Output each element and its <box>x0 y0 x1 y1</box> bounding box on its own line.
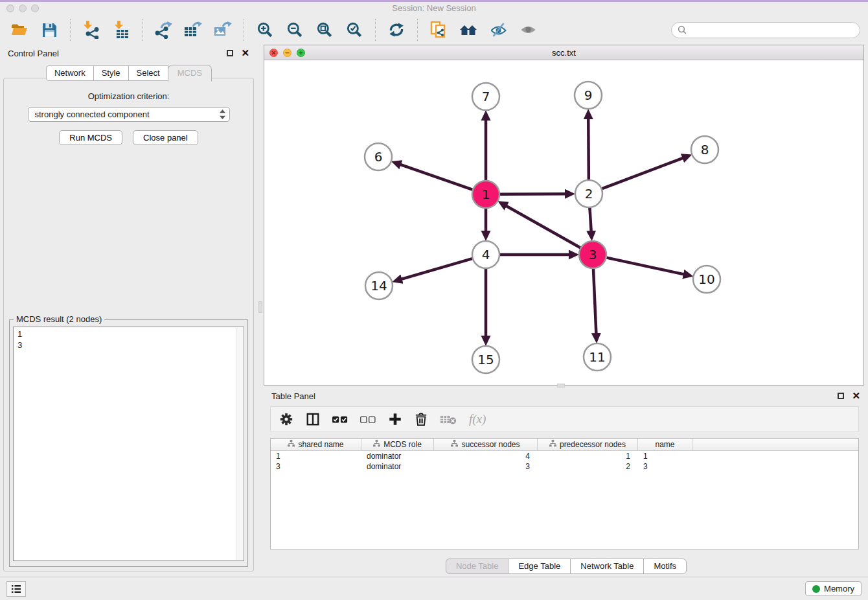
graph-node-10[interactable]: 10 <box>693 266 720 293</box>
table-cell[interactable]: 1 <box>271 452 361 461</box>
memory-button[interactable]: Memory <box>805 581 862 596</box>
tab-edge-table[interactable]: Edge Table <box>508 559 571 574</box>
import-network-from-file-icon[interactable] <box>80 18 103 41</box>
graph-node-6[interactable]: 6 <box>365 143 392 170</box>
float-panel-icon[interactable] <box>227 50 233 56</box>
column-header-successor-nodes[interactable]: successor nodes <box>434 439 538 450</box>
delete-table-icon[interactable] <box>440 414 457 425</box>
graph-node-2[interactable]: 2 <box>575 180 602 207</box>
network-window-titlebar[interactable]: scc.txt <box>264 45 863 60</box>
table-cell[interactable]: 4 <box>434 452 538 461</box>
graph-node-11[interactable]: 11 <box>584 343 611 371</box>
column-header-name[interactable]: name <box>638 439 692 450</box>
tab-node-table[interactable]: Node Table <box>446 559 509 574</box>
graph-node-14[interactable]: 14 <box>365 272 393 299</box>
table-cell[interactable]: 1 <box>538 452 638 461</box>
search-box[interactable] <box>671 22 860 38</box>
graph-node-7[interactable]: 7 <box>472 83 499 110</box>
export-network-icon[interactable] <box>152 18 175 41</box>
edge-3-1[interactable] <box>506 206 580 248</box>
close-panel-button[interactable]: Close panel <box>133 130 198 145</box>
edge-3-11[interactable] <box>593 269 596 334</box>
float-table-panel-icon[interactable] <box>838 393 844 399</box>
app-title: Session: New Session <box>0 3 868 13</box>
table-cell[interactable]: dominator <box>361 462 434 471</box>
column-header-mcds-role[interactable]: MCDS role <box>361 439 434 450</box>
table-row[interactable]: 1dominator411 <box>271 451 858 461</box>
mcds-result-box[interactable]: 1 3 <box>13 327 244 561</box>
apply-preferred-layout-icon[interactable] <box>385 18 408 41</box>
memory-status-icon <box>812 585 820 593</box>
tab-style[interactable]: Style <box>93 65 129 81</box>
column-selector-icon[interactable] <box>306 412 320 426</box>
table-tabs: Node TableEdge TableNetwork TableMotifs <box>264 559 868 574</box>
edge-1-2[interactable] <box>500 194 565 194</box>
graph-node-15[interactable]: 15 <box>472 346 499 373</box>
tab-network-table[interactable]: Network Table <box>570 559 644 574</box>
tab-select[interactable]: Select <box>128 65 168 81</box>
table-cell[interactable]: 3 <box>271 462 361 471</box>
toolbar-separator <box>244 19 244 41</box>
delete-column-icon[interactable] <box>415 412 428 426</box>
deselect-all-icon[interactable] <box>360 415 376 424</box>
edge-1-6[interactable] <box>400 165 472 190</box>
svg-text:7: 7 <box>482 89 490 104</box>
run-mcds-button[interactable]: Run MCDS <box>59 130 122 145</box>
edge-2-8[interactable] <box>602 158 683 189</box>
toolbar-separator <box>375 19 376 41</box>
column-header-predecessor-nodes[interactable]: predecessor nodes <box>538 439 638 450</box>
svg-text:4: 4 <box>482 247 490 262</box>
save-session-icon[interactable] <box>38 18 61 41</box>
zoom-out-icon[interactable] <box>283 18 306 41</box>
tab-mcds[interactable]: MCDS <box>168 65 212 82</box>
close-table-panel-icon[interactable]: ✕ <box>852 393 860 399</box>
graph-node-1[interactable]: 1 <box>472 181 499 208</box>
select-all-icon[interactable] <box>332 415 348 424</box>
memory-label: Memory <box>824 584 854 594</box>
zoom-selected-icon[interactable] <box>343 18 366 41</box>
export-image-icon[interactable] <box>211 18 234 41</box>
column-header-shared-name[interactable]: shared name <box>271 439 361 450</box>
add-column-icon[interactable] <box>388 412 402 426</box>
new-network-from-selection-icon[interactable] <box>427 18 450 41</box>
criterion-dropdown[interactable]: strongly connected component <box>28 107 230 122</box>
zoom-fit-icon[interactable] <box>313 18 336 41</box>
result-scrollbar[interactable] <box>236 328 243 560</box>
edge-2-9[interactable] <box>588 119 589 179</box>
node-table[interactable]: shared nameMCDS rolesuccessor nodesprede… <box>270 438 859 549</box>
apply-function-icon[interactable]: f(x) <box>469 412 486 426</box>
zoom-in-icon[interactable] <box>253 18 277 41</box>
edge-3-10[interactable] <box>607 258 684 275</box>
vertical-splitter-handle[interactable] <box>258 301 262 313</box>
table-options-icon[interactable] <box>279 412 293 426</box>
first-neighbors-icon[interactable] <box>457 18 480 41</box>
hide-selected-icon[interactable] <box>486 18 510 41</box>
svg-text:11: 11 <box>589 349 605 365</box>
table-cell[interactable]: 3 <box>434 462 538 471</box>
search-input[interactable] <box>691 25 854 35</box>
table-cell[interactable]: 1 <box>638 452 692 461</box>
graph-node-8[interactable]: 8 <box>691 136 718 163</box>
graph-node-4[interactable]: 4 <box>472 241 499 268</box>
network-canvas[interactable]: 7968124314101511 <box>264 60 863 385</box>
mcds-result-text: 1 3 <box>17 329 234 559</box>
table-row[interactable]: 3dominator323 <box>271 461 858 472</box>
edge-4-14[interactable] <box>402 259 472 279</box>
import-table-from-file-icon[interactable] <box>109 18 133 41</box>
export-table-icon[interactable] <box>181 18 205 41</box>
task-history-icon[interactable] <box>6 581 26 597</box>
graph-node-3[interactable]: 3 <box>579 241 606 268</box>
mcds-result-title: MCDS result (2 nodes) <box>14 314 104 324</box>
table-cell[interactable]: 3 <box>638 462 692 471</box>
close-panel-icon[interactable]: ✕ <box>241 50 249 56</box>
svg-text:14: 14 <box>371 278 387 294</box>
open-session-icon[interactable] <box>8 18 31 41</box>
show-all-icon[interactable] <box>516 18 540 41</box>
table-cell[interactable]: 2 <box>538 462 638 471</box>
graph-node-9[interactable]: 9 <box>575 82 602 109</box>
edge-2-3[interactable] <box>589 208 591 231</box>
control-panel: Control Panel ✕ NetworkStyleSelectMCDS O… <box>0 45 257 577</box>
tab-motifs[interactable]: Motifs <box>643 559 687 574</box>
table-cell[interactable]: dominator <box>361 452 434 461</box>
tab-network[interactable]: Network <box>46 65 94 81</box>
